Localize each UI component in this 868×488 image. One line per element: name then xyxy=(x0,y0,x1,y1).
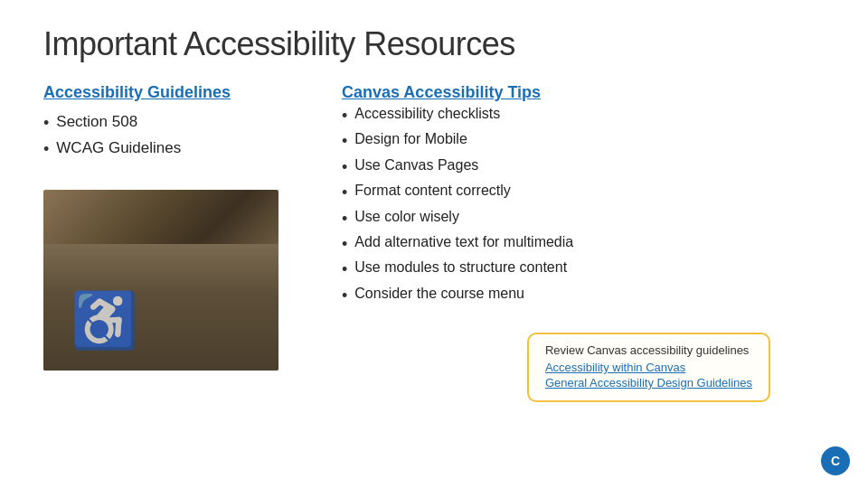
left-column: Accessibility Guidelines Section 508 WCA… xyxy=(43,83,315,470)
list-item: Consider the course menu xyxy=(342,286,825,306)
bottom-area: Review Canvas accessibility guidelines A… xyxy=(342,333,825,406)
right-bullet-list: Accessibility checklists Design for Mobi… xyxy=(342,106,825,311)
accessibility-within-canvas-link[interactable]: Accessibility within Canvas xyxy=(545,361,752,374)
list-item: Design for Mobile xyxy=(342,131,825,152)
list-item: WCAG Guidelines xyxy=(43,139,315,160)
logo-circle: C xyxy=(821,446,850,475)
list-item: Add alternative text for multimedia xyxy=(342,234,825,255)
general-accessibility-link[interactable]: General Accessibility Design Guidelines xyxy=(545,376,752,389)
list-item: Use color wisely xyxy=(342,209,825,230)
review-intro: Review Canvas accessibility guidelines xyxy=(545,343,752,357)
slide-title: Important Accessibility Resources xyxy=(43,25,825,63)
review-box: Review Canvas accessibility guidelines A… xyxy=(527,333,770,402)
cidilabs-logo: C xyxy=(821,446,850,475)
wheelchair-image xyxy=(43,190,278,371)
list-item: Section 508 xyxy=(43,113,315,134)
left-bullet-list: Section 508 WCAG Guidelines xyxy=(43,113,315,166)
slide-container: Important Accessibility Resources Access… xyxy=(0,0,868,488)
list-item: Accessibility checklists xyxy=(342,106,825,127)
right-column-heading: Canvas Accessibility Tips xyxy=(342,83,825,102)
list-item: Format content correctly xyxy=(342,183,825,203)
right-column: Canvas Accessibility Tips Accessibility … xyxy=(342,83,825,470)
list-item: Use Canvas Pages xyxy=(342,157,825,178)
content-row: Accessibility Guidelines Section 508 WCA… xyxy=(43,83,825,470)
list-item: Use modules to structure content xyxy=(342,259,825,280)
left-column-heading: Accessibility Guidelines xyxy=(43,83,315,102)
